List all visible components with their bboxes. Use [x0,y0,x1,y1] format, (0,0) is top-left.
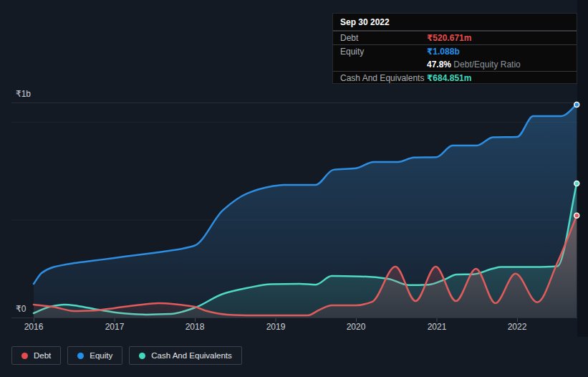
x-axis-label-2016: 2016 [16,322,52,332]
x-axis-label-2021: 2021 [419,322,455,332]
tooltip-cash-value: ₹684.851m [427,73,471,83]
tooltip-ratio-label: Debt/Equity Ratio [451,59,521,70]
tooltip-row-cash: Cash And Equivalents ₹684.851m [333,71,577,85]
tooltip-debt-label: Debt [340,33,427,43]
legend-item-debt[interactable]: Debt [11,346,61,365]
x-axis-label-2020: 2020 [338,322,374,332]
tooltip-ratio-value: 47.8% [427,59,451,70]
y-axis-label-1b: ₹1b [16,89,31,99]
tooltip-cash-label: Cash And Equivalents [340,73,427,83]
legend-equity-label: Equity [90,351,112,360]
tooltip-row-debt: Debt ₹520.671m [333,31,577,44]
legend-debt-label: Debt [34,351,51,360]
x-axis-label-2017: 2017 [97,322,132,332]
x-axis-label-2018: 2018 [177,322,213,332]
x-axis-label-2022: 2022 [499,322,535,332]
tooltip-ratio: 47.8% Debt/Equity Ratio [427,59,521,70]
series-lines [34,105,577,318]
tooltip-date: Sep 30 2022 [333,14,577,31]
tooltip-equity-label: Equity [340,47,427,57]
chart-legend: Debt Equity Cash And Equivalents [11,346,242,365]
debt-legend-dot-icon [21,353,28,359]
equity-legend-dot-icon [77,353,84,359]
cash-legend-dot-icon [139,353,145,359]
legend-cash-label: Cash And Equivalents [151,351,232,360]
tooltip-row-ratio: 47.8% Debt/Equity Ratio [333,58,577,71]
y-axis-label-0: ₹0 [16,304,26,314]
legend-item-cash[interactable]: Cash And Equivalents [129,346,242,365]
tooltip-equity-value: ₹1.088b [427,47,460,57]
legend-item-equity[interactable]: Equity [67,346,122,365]
chart-tooltip: Sep 30 2022 Debt ₹520.671m Equity ₹1.088… [332,13,577,84]
tooltip-debt-value: ₹520.671m [427,33,471,43]
debt-equity-history-chart: ₹1b ₹0 2016 2017 2018 2019 2020 2021 202… [0,0,588,377]
x-axis-label-2019: 2019 [258,322,294,332]
tooltip-row-equity: Equity ₹1.088b [333,44,577,58]
